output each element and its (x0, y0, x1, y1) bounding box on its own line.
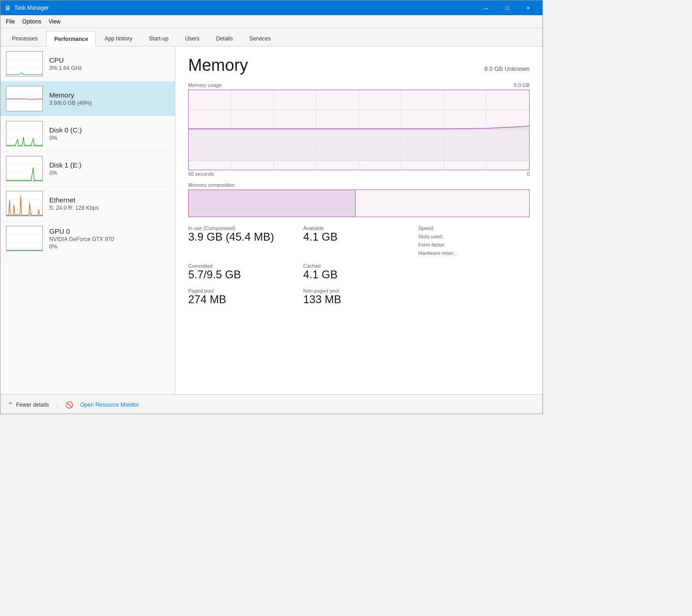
cpu-mini-graph (6, 51, 43, 76)
tab-performance[interactable]: Performance (46, 31, 96, 46)
comp-available (356, 190, 529, 217)
title-bar: 🖥 Task Manager — ☐ ✕ (0, 0, 542, 15)
stat-non-paged-pool: Non-paged pool 133 MB (303, 288, 415, 305)
disk1-mini-graph (6, 156, 43, 181)
app-icon: 🖥 (4, 4, 12, 12)
time-label-left: 60 seconds (188, 171, 214, 177)
paged-pool-value: 274 MB (188, 294, 300, 305)
detail-title: Memory (188, 56, 248, 75)
time-label-right: 0 (527, 171, 530, 177)
disk1-item-detail: 0% (49, 170, 169, 176)
hardware-reserved-label: Hardware reser... (418, 250, 530, 256)
stat-cached: Cached 4.1 GB (303, 263, 415, 281)
detail-header: Memory 8.0 GB Unknown (188, 56, 530, 75)
ethernet-item-name: Ethernet (49, 196, 169, 204)
memory-usage-section: Memory usage 8.0 GB (188, 82, 530, 177)
tab-processes[interactable]: Processes (4, 30, 46, 46)
gpu-item-detail-line2: 0% (49, 243, 169, 250)
right-panel: Memory 8.0 GB Unknown Memory usage 8.0 G… (175, 46, 542, 394)
stat-committed: Committed 5.7/9.5 GB (188, 263, 300, 281)
tab-app-history[interactable]: App history (97, 30, 140, 46)
stat-right-col: Speed: Slots used: Form factor: Hardware… (418, 225, 530, 256)
perf-item-gpu[interactable]: GPU 0 NVIDIA GeForce GTX 970 0% (0, 221, 175, 256)
stats-grid: In use (Compressed) 3.9 GB (45.4 MB) Ava… (188, 225, 530, 306)
memory-usage-label: Memory usage (188, 82, 222, 88)
ethernet-item-info: Ethernet S: 24.0 R: 128 Kbps (49, 196, 169, 211)
memory-item-info: Memory 3.9/8.0 GB (49%) (49, 91, 169, 106)
disk0-item-detail: 0% (49, 135, 169, 141)
speed-label: Speed: (418, 225, 530, 231)
menu-bar: File Options View (0, 15, 542, 28)
graph-label-row: Memory usage 8.0 GB (188, 82, 530, 88)
in-use-value: 3.9 GB (45.4 MB) (188, 231, 300, 243)
menu-options[interactable]: Options (18, 17, 45, 27)
window-title: Task Manager (14, 5, 475, 11)
svg-rect-15 (6, 226, 42, 251)
memory-usage-max: 8.0 GB (514, 82, 530, 88)
gpu-item-name: GPU 0 (49, 227, 169, 235)
stat-available: Available 4.1 GB (303, 225, 415, 256)
non-paged-pool-value: 133 MB (303, 294, 415, 305)
committed-value: 5.7/9.5 GB (188, 269, 300, 281)
perf-item-cpu[interactable]: CPU 3% 1.64 GHz (0, 46, 175, 81)
perf-item-memory[interactable]: Memory 3.9/8.0 GB (49%) (0, 81, 175, 116)
cached-value: 4.1 GB (303, 269, 415, 281)
graph-time-label: 60 seconds 0 (188, 171, 530, 177)
window-controls: — ☐ ✕ (475, 0, 539, 15)
disk1-item-info: Disk 1 (E:) 0% (49, 161, 169, 176)
bottom-bar: ⌃ Fewer details | 🚫 Open Resource Monito… (0, 394, 542, 414)
close-button[interactable]: ✕ (518, 0, 539, 15)
svg-rect-12 (6, 191, 42, 216)
tab-services[interactable]: Services (242, 30, 278, 46)
comp-in-use (189, 190, 356, 217)
stat-empty-2 (418, 288, 530, 305)
maximize-button[interactable]: ☐ (496, 0, 518, 15)
composition-label: Memory composition (188, 182, 530, 188)
separator: | (56, 402, 58, 408)
main-content: CPU 3% 1.64 GHz Memory 3.9/8.0 GB (49%) (0, 46, 542, 394)
tab-details[interactable]: Details (208, 30, 241, 46)
fewer-details-label: Fewer details (16, 402, 49, 408)
open-resource-monitor-link[interactable]: Open Resource Monitor (81, 402, 139, 408)
stat-empty-1 (418, 263, 530, 281)
disk0-item-name: Disk 0 (C:) (49, 126, 169, 134)
svg-rect-9 (6, 156, 42, 181)
perf-item-ethernet[interactable]: Ethernet S: 24.0 R: 128 Kbps (0, 186, 175, 221)
tab-startup[interactable]: Start-up (141, 30, 176, 46)
stat-in-use: In use (Compressed) 3.9 GB (45.4 MB) (188, 225, 300, 256)
menu-file[interactable]: File (2, 17, 18, 27)
composition-bar (188, 190, 530, 217)
cpu-item-info: CPU 3% 1.64 GHz (49, 56, 169, 71)
gpu-item-detail-line1: NVIDIA GeForce GTX 970 (49, 236, 169, 242)
perf-item-disk1[interactable]: Disk 1 (E:) 0% (0, 151, 175, 186)
disk0-mini-graph (6, 121, 43, 146)
memory-composition-section: Memory composition (188, 182, 530, 217)
ethernet-mini-graph (6, 191, 43, 216)
fewer-details-button[interactable]: ⌃ Fewer details (8, 401, 49, 409)
perf-item-disk0[interactable]: Disk 0 (C:) 0% (0, 116, 175, 151)
form-factor-label: Form factor: (418, 242, 530, 248)
ethernet-item-detail: S: 24.0 R: 128 Kbps (49, 205, 169, 211)
slots-label: Slots used: (418, 234, 530, 239)
gpu-mini-graph (6, 226, 43, 251)
svg-rect-6 (6, 121, 42, 146)
disk0-item-info: Disk 0 (C:) 0% (49, 126, 169, 141)
minimize-button[interactable]: — (475, 0, 496, 15)
available-value: 4.1 GB (303, 231, 415, 243)
cpu-item-detail: 3% 1.64 GHz (49, 65, 169, 71)
menu-view[interactable]: View (45, 17, 64, 27)
memory-usage-graph (188, 90, 530, 170)
resource-monitor-icon: 🚫 (65, 401, 73, 409)
tab-users[interactable]: Users (177, 30, 207, 46)
gpu-item-info: GPU 0 NVIDIA GeForce GTX 970 0% (49, 227, 169, 250)
detail-subtitle: 8.0 GB Unknown (484, 65, 530, 72)
cpu-item-name: CPU (49, 56, 169, 64)
chevron-up-icon: ⌃ (8, 401, 13, 409)
svg-marker-30 (189, 130, 529, 161)
stat-paged-pool: Paged pool 274 MB (188, 288, 300, 305)
memory-mini-graph (6, 86, 43, 111)
tab-bar: Processes Performance App history Start-… (0, 28, 542, 46)
memory-item-detail: 3.9/8.0 GB (49%) (49, 100, 169, 106)
left-panel: CPU 3% 1.64 GHz Memory 3.9/8.0 GB (49%) (0, 46, 175, 394)
memory-item-name: Memory (49, 91, 169, 99)
